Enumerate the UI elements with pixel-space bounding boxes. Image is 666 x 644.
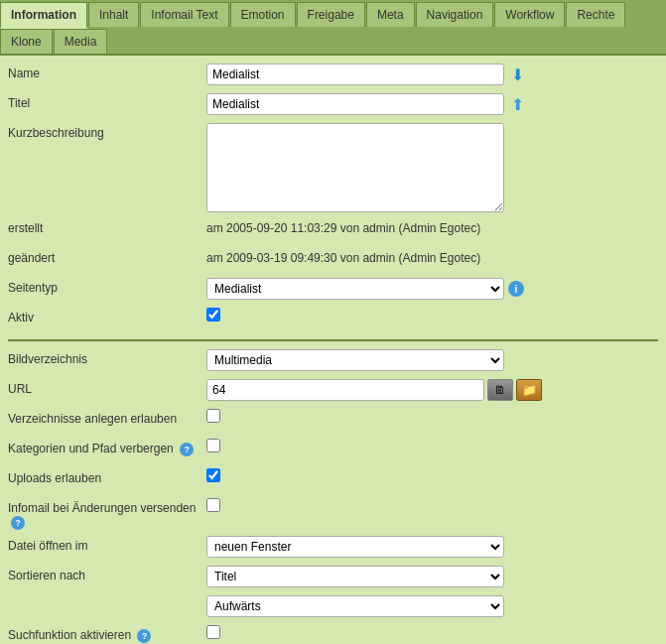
row-aktiv: Aktiv [8, 308, 658, 331]
tab-freigabe[interactable]: Freigabe [297, 2, 365, 27]
row-sortieren: Sortieren nach Titel Name Datum Größe [8, 566, 658, 589]
name-arrow-down-button[interactable]: ⬇ [508, 65, 526, 83]
row-titel: Titel ⬆ [8, 93, 658, 117]
titel-arrow-up-button[interactable]: ⬆ [508, 95, 526, 113]
sortieren-control-wrap: Titel Name Datum Größe [206, 566, 658, 587]
label-infomail: Infomail bei Änderungen versenden ? [8, 498, 206, 530]
row-sortieren2: Aufwärts Abwärts [8, 595, 658, 619]
verzeichnisse-checkbox[interactable] [206, 409, 220, 423]
url-folder-button[interactable]: 📁 [516, 379, 542, 401]
label-name: Name [8, 64, 206, 80]
tab-emotion[interactable]: Emotion [230, 2, 296, 27]
kategorien-help-icon[interactable]: ? [180, 443, 194, 456]
seitentyp-control-wrap: Medialist Standard News Galerie i [206, 278, 658, 300]
bildverzeichnis-select[interactable]: Multimedia Bilder Dokumente [206, 349, 504, 371]
tab-media[interactable]: Media [54, 29, 108, 54]
row-kurzbeschreibung: Kurzbeschreibung [8, 123, 658, 212]
infomail-help-icon[interactable]: ? [11, 516, 25, 530]
geaendert-value-wrap: am 2009-03-19 09:49:30 von admin (Admin … [206, 248, 658, 265]
tabs-container: Information Inhalt Infomail Text Emotion… [0, 0, 666, 644]
label-url: URL [8, 379, 206, 396]
seitentyp-select[interactable]: Medialist Standard News Galerie [206, 278, 504, 300]
sortieren2-control-wrap: Aufwärts Abwärts [206, 595, 658, 617]
row-verzeichnisse: Verzeichnisse anlegen erlauben [8, 409, 658, 433]
verzeichnisse-control-wrap [206, 409, 658, 423]
section-media: Bildverzeichnis Multimedia Bilder Dokume… [8, 349, 658, 644]
tab-information[interactable]: Information [0, 2, 87, 29]
label-sortieren: Sortieren nach [8, 566, 206, 582]
row-erstellt: erstellt am 2005-09-20 11:03:29 von admi… [8, 218, 658, 242]
erstellt-value-wrap: am 2005-09-20 11:03:29 von admin (Admin … [206, 218, 658, 235]
tab-content: Name ⬇ Titel ⬆ [0, 56, 666, 644]
label-sortieren2 [8, 595, 206, 598]
row-kategorien: Kategorien und Pfad verbergen ? [8, 439, 658, 462]
infomail-checkbox[interactable] [206, 498, 220, 512]
suchfunktion-help-icon[interactable]: ? [137, 629, 151, 643]
label-erstellt: erstellt [8, 218, 206, 235]
kurzbeschreibung-textarea[interactable] [206, 123, 504, 212]
label-geaendert: geändert [8, 248, 206, 265]
infomail-control-wrap [206, 498, 658, 512]
tab-bar: Information Inhalt Infomail Text Emotion… [0, 0, 666, 56]
row-geaendert: geändert am 2009-03-19 09:49:30 von admi… [8, 248, 658, 272]
uploads-checkbox[interactable] [206, 468, 220, 482]
bildverzeichnis-control-wrap: Multimedia Bilder Dokumente [206, 349, 658, 371]
row-bildverzeichnis: Bildverzeichnis Multimedia Bilder Dokume… [8, 349, 658, 373]
sortieren-select[interactable]: Titel Name Datum Größe [206, 566, 504, 587]
row-suchfunktion: Suchfunktion aktivieren ? [8, 625, 658, 644]
section-info: Name ⬇ Titel ⬆ [8, 64, 658, 331]
arrow-down-icon: ⬇ [511, 65, 524, 84]
tab-klone[interactable]: Klone [0, 29, 53, 54]
name-control-wrap: ⬇ [206, 64, 658, 85]
kurzbeschreibung-control-wrap [206, 123, 658, 212]
aktiv-control-wrap [206, 308, 658, 322]
erstellt-value: am 2005-09-20 11:03:29 von admin (Admin … [206, 218, 480, 235]
tab-rechte[interactable]: Rechte [566, 2, 625, 27]
row-infomail: Infomail bei Änderungen versenden ? [8, 498, 658, 530]
url-input[interactable] [206, 379, 484, 401]
seitentyp-info-icon[interactable]: i [508, 281, 524, 297]
arrow-up-icon: ⬆ [511, 95, 524, 114]
section-divider [8, 339, 658, 341]
titel-control-wrap: ⬆ [206, 93, 658, 115]
datei-select[interactable]: neuen Fenster gleichem Fenster [206, 536, 504, 558]
row-datei: Datei öffnen im neuen Fenster gleichem F… [8, 536, 658, 560]
row-seitentyp: Seitentyp Medialist Standard News Galeri… [8, 278, 658, 302]
label-titel: Titel [8, 93, 206, 110]
name-input[interactable] [206, 64, 504, 85]
tab-inhalt[interactable]: Inhalt [88, 2, 139, 27]
titel-input[interactable] [206, 93, 504, 115]
url-file-button[interactable]: 🗎 [487, 379, 513, 401]
label-kurzbeschreibung: Kurzbeschreibung [8, 123, 206, 140]
row-uploads: Uploads erlauben [8, 468, 658, 492]
kategorien-control-wrap [206, 439, 658, 452]
label-aktiv: Aktiv [8, 308, 206, 324]
row-url: URL 🗎 📁 [8, 379, 658, 403]
label-bildverzeichnis: Bildverzeichnis [8, 349, 206, 366]
suchfunktion-control-wrap [206, 625, 658, 639]
sortieren2-select[interactable]: Aufwärts Abwärts [206, 595, 504, 617]
label-seitentyp: Seitentyp [8, 278, 206, 295]
label-kategorien: Kategorien und Pfad verbergen ? [8, 439, 206, 456]
tab-infomail-text[interactable]: Infomail Text [140, 2, 228, 27]
label-verzeichnisse: Verzeichnisse anlegen erlauben [8, 409, 206, 426]
label-suchfunktion: Suchfunktion aktivieren ? [8, 625, 206, 643]
datei-control-wrap: neuen Fenster gleichem Fenster [206, 536, 658, 558]
geaendert-value: am 2009-03-19 09:49:30 von admin (Admin … [206, 248, 480, 265]
kategorien-checkbox[interactable] [206, 439, 220, 452]
tab-navigation[interactable]: Navigation [416, 2, 494, 27]
label-uploads: Uploads erlauben [8, 468, 206, 485]
tab-workflow[interactable]: Workflow [494, 2, 565, 27]
tab-meta[interactable]: Meta [366, 2, 415, 27]
label-datei: Datei öffnen im [8, 536, 206, 553]
folder-icon: 📁 [522, 383, 537, 397]
aktiv-checkbox[interactable] [206, 308, 220, 322]
file-icon: 🗎 [494, 383, 506, 397]
row-name: Name ⬇ [8, 64, 658, 87]
uploads-control-wrap [206, 468, 658, 482]
url-control-wrap: 🗎 📁 [206, 379, 658, 401]
suchfunktion-checkbox[interactable] [206, 625, 220, 639]
